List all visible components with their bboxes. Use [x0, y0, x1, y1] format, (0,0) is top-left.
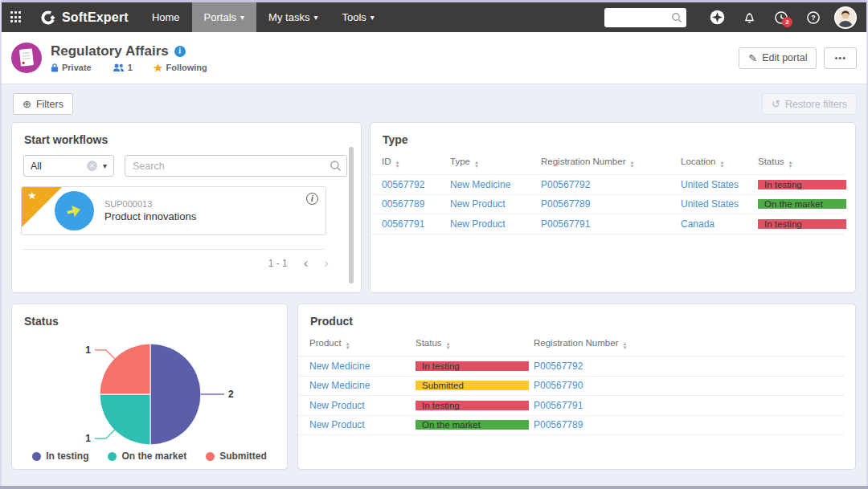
- start-workflows-panel: Start workflows All × ▾ ★ SUP000013 Prod…: [11, 122, 362, 293]
- table-row: New Product In testing P00567791: [298, 396, 845, 416]
- chart-legend: In testingOn the marketSubmitted: [12, 450, 287, 462]
- table-header: Product▲▼ Status▲▼ Registration Number▲▼: [298, 332, 845, 357]
- column-header-status[interactable]: Status▲▼: [758, 157, 846, 169]
- workflow-search-input[interactable]: [125, 155, 347, 177]
- legend-dot: [206, 452, 215, 461]
- history-clock-icon[interactable]: 2: [765, 2, 797, 32]
- brand-name: SoftExpert: [62, 10, 129, 25]
- window-edge-top: [0, 0, 868, 2]
- cell-id-link[interactable]: 00567792: [382, 179, 450, 190]
- sort-icon: ▲▼: [395, 161, 400, 169]
- window-edge-bottom: [0, 486, 868, 489]
- user-avatar[interactable]: [834, 6, 857, 29]
- legend-item-on-the-market[interactable]: On the market: [108, 450, 186, 462]
- column-header-location[interactable]: Location▲▼: [681, 157, 758, 169]
- edit-portal-button[interactable]: ✎ Edit portal: [739, 47, 817, 69]
- app-grid-icon[interactable]: [10, 11, 23, 23]
- top-navbar: SoftExpert Home Portals ▾ My tasks ▾ Too…: [0, 2, 868, 32]
- status-pie-chart[interactable]: 211: [12, 304, 289, 471]
- workflow-category-select[interactable]: All × ▾: [23, 155, 114, 177]
- column-header-type[interactable]: Type▲▼: [450, 157, 541, 169]
- cell-type-link[interactable]: New Product: [450, 218, 541, 230]
- workflow-card[interactable]: ★ SUP000013 Product innovations i: [21, 186, 326, 235]
- ellipsis-icon: •••: [834, 53, 846, 63]
- cell-product-link[interactable]: New Product: [309, 419, 416, 430]
- cell-product-link[interactable]: New Product: [309, 400, 416, 411]
- softexpert-logo[interactable]: SoftExpert: [40, 10, 129, 26]
- cell-id-link[interactable]: 00567789: [382, 198, 450, 210]
- window-edge-left: [0, 0, 2, 489]
- cell-registration-link[interactable]: P00567792: [541, 179, 681, 190]
- status-badge: In testing: [758, 180, 846, 189]
- menu-item-home[interactable]: Home: [140, 2, 192, 32]
- pagination-range: 1 - 1: [268, 258, 288, 269]
- pagination-prev-icon[interactable]: ‹: [304, 256, 309, 270]
- info-icon[interactable]: i: [306, 193, 318, 205]
- filters-button[interactable]: ⊕ Filters: [13, 93, 73, 115]
- menu-item-portals[interactable]: Portals ▾: [192, 2, 257, 32]
- product-panel: Product Product▲▼ Status▲▼ Registration …: [297, 304, 856, 470]
- pagination-next-icon[interactable]: ›: [324, 256, 329, 270]
- divider: [21, 249, 325, 250]
- more-options-button[interactable]: •••: [824, 47, 857, 69]
- cell-type-link[interactable]: New Medicine: [450, 179, 541, 190]
- status-badge: Submitted: [416, 381, 529, 390]
- sort-icon: ▲▼: [719, 161, 724, 169]
- sort-icon: ▲▼: [346, 342, 350, 350]
- table-row: 00567789 New Product P00567789 United St…: [371, 195, 845, 215]
- cell-registration-link[interactable]: P00567789: [529, 419, 738, 430]
- plus-circle-icon: ⊕: [23, 99, 31, 109]
- status-badge: In testing: [416, 361, 529, 371]
- cell-location-link[interactable]: United States: [681, 198, 758, 210]
- chevron-down-icon: ▾: [103, 161, 107, 170]
- legend-item-in-testing[interactable]: In testing: [32, 450, 88, 462]
- status-badge: In testing: [758, 219, 846, 229]
- column-header-registration-number[interactable]: Registration Number▲▼: [541, 157, 681, 169]
- softexpert-logo-icon: [40, 10, 56, 26]
- menu-item-tools[interactable]: Tools ▾: [330, 2, 386, 32]
- pie-data-label: 1: [85, 344, 91, 356]
- restore-filters-button[interactable]: ↺ Restore filters: [762, 93, 857, 115]
- notifications-bell-icon[interactable]: [733, 2, 765, 32]
- pie-slice-in-testing[interactable]: [150, 344, 201, 445]
- sort-icon: ▲▼: [622, 342, 627, 350]
- column-header-product[interactable]: Product▲▼: [309, 338, 416, 350]
- sort-icon: ▲▼: [474, 161, 479, 169]
- info-icon[interactable]: i: [174, 46, 186, 57]
- column-header-registration-number[interactable]: Registration Number▲▼: [529, 338, 738, 350]
- portal-header: Regulatory Affairs i Private 1: [0, 32, 868, 84]
- panel-title: Status: [12, 304, 287, 328]
- panel-title: Product: [298, 304, 855, 328]
- cell-type-link[interactable]: New Product: [450, 198, 541, 210]
- column-header-status[interactable]: Status▲▼: [416, 338, 529, 350]
- cell-registration-link[interactable]: P00567791: [541, 218, 681, 230]
- type-panel: Type ID▲▼ Type▲▼ Registration Number▲▼ L…: [370, 122, 856, 293]
- navbar-right: 2 ?: [604, 2, 868, 32]
- status-badge: On the market: [416, 420, 529, 430]
- workflow-type-icon: [55, 191, 94, 230]
- cell-product-link[interactable]: New Medicine: [309, 361, 416, 372]
- cell-location-link[interactable]: Canada: [681, 218, 758, 230]
- menu-item-my-tasks[interactable]: My tasks ▾: [256, 2, 330, 32]
- pie-data-label: 2: [228, 389, 234, 400]
- cell-registration-link[interactable]: P00567789: [541, 198, 681, 210]
- cell-location-link[interactable]: United States: [681, 179, 758, 190]
- following-toggle[interactable]: ★ Following: [154, 63, 207, 73]
- legend-dot: [32, 452, 41, 461]
- svg-text:?: ?: [811, 14, 815, 22]
- cell-registration-link[interactable]: P00567791: [529, 400, 738, 411]
- discover-icon[interactable]: [701, 2, 733, 32]
- table-row: New Product On the market P00567789: [298, 416, 845, 436]
- pie-callout-line: [95, 350, 115, 359]
- cell-id-link[interactable]: 00567791: [382, 218, 450, 230]
- cell-registration-link[interactable]: P00567792: [529, 361, 738, 372]
- lock-icon: [51, 63, 59, 72]
- scrollbar[interactable]: [349, 147, 354, 283]
- legend-item-submitted[interactable]: Submitted: [206, 450, 267, 462]
- column-header-id[interactable]: ID▲▼: [382, 157, 450, 169]
- status-badge: On the market: [758, 199, 846, 209]
- cell-product-link[interactable]: New Medicine: [309, 380, 416, 391]
- cell-registration-link[interactable]: P00567790: [529, 380, 738, 391]
- clear-filter-icon[interactable]: ×: [87, 161, 97, 171]
- help-icon[interactable]: ?: [797, 2, 829, 32]
